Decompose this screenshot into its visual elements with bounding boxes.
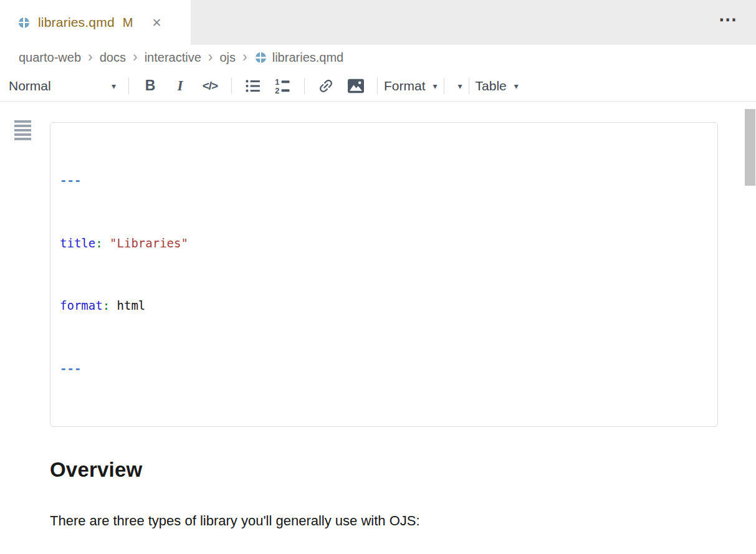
yaml-metadata-block[interactable]: --- title: "Libraries" format: html --- [50, 122, 718, 427]
chevron-right-icon: › [242, 50, 247, 64]
breadcrumb-item-docs[interactable]: docs [100, 50, 126, 65]
yaml-colon: : [103, 298, 110, 312]
yaml-value: html [110, 298, 145, 312]
breadcrumb-item-file[interactable]: libraries.qmd [272, 50, 343, 65]
formatting-toolbar: Normal ▾ B I </> 1 2 [0, 70, 756, 102]
paragraph-style-value: Normal [9, 79, 51, 93]
chevron-right-icon: › [88, 50, 93, 64]
chevron-right-icon: › [133, 50, 138, 64]
toolbar-separator [304, 78, 305, 94]
table-menu-label: Table [476, 79, 507, 93]
image-icon [347, 78, 365, 94]
chevron-down-icon: ▾ [433, 81, 438, 91]
quarto-file-icon [256, 52, 266, 63]
image-button[interactable] [341, 74, 371, 98]
quarto-file-icon [19, 17, 29, 28]
breadcrumb: quarto-web › docs › interactive › ojs › … [0, 45, 756, 70]
chevron-down-icon: ▾ [514, 81, 519, 91]
format-menu[interactable]: Format ▾ [384, 79, 438, 93]
intro-paragraph: There are three types of library you'll … [50, 511, 697, 530]
yaml-colon: : [95, 236, 102, 250]
svg-text:1: 1 [275, 77, 279, 87]
yaml-key: title [60, 236, 95, 250]
yaml-key: format [60, 298, 103, 312]
numbered-list-icon: 1 2 [274, 77, 292, 95]
yaml-delimiter: --- [60, 173, 81, 187]
drag-handle-icon[interactable] [14, 120, 31, 141]
yaml-value: "Libraries" [103, 236, 188, 250]
close-icon[interactable]: ✕ [151, 17, 161, 29]
quarto-visual-editor-window: libraries.qmd M ✕ ⋯ quarto-web › docs › … [0, 0, 756, 554]
vertical-scrollbar-thumb[interactable] [745, 109, 755, 186]
more-actions-icon[interactable]: ⋯ [719, 10, 739, 29]
numbered-list-button[interactable]: 1 2 [268, 74, 298, 98]
table-menu[interactable]: Table ▾ [476, 79, 519, 93]
bulleted-list-button[interactable] [238, 74, 268, 98]
link-icon [317, 77, 335, 95]
toolbar-separator [231, 78, 232, 94]
link-button[interactable] [311, 74, 341, 98]
toolbar-separator [444, 78, 444, 94]
bold-button[interactable]: B [135, 74, 165, 98]
breadcrumb-item-quarto-web[interactable]: quarto-web [19, 50, 81, 65]
toolbar-separator [377, 78, 378, 94]
chevron-right-icon: › [208, 50, 213, 64]
toolbar-separator [128, 78, 129, 94]
italic-button[interactable]: I [165, 74, 195, 98]
chevron-down-icon: ▾ [112, 81, 116, 91]
breadcrumb-item-ojs[interactable]: ojs [219, 50, 236, 65]
format-menu-label: Format [384, 79, 426, 93]
chevron-down-icon: ▾ [458, 81, 462, 91]
inline-code-button[interactable]: </> [195, 74, 225, 98]
tab-bar: libraries.qmd M ✕ ⋯ [0, 0, 756, 45]
breadcrumb-item-interactive[interactable]: interactive [145, 50, 201, 65]
toolbar-separator [469, 78, 469, 94]
tab-title: libraries.qmd [38, 15, 115, 30]
insert-menu[interactable]: ▾ [451, 81, 462, 91]
document-body: Overview There are three types of librar… [0, 458, 756, 554]
yaml-delimiter: --- [60, 361, 81, 375]
tab-libraries-qmd[interactable]: libraries.qmd M ✕ [0, 0, 191, 45]
heading-overview: Overview [50, 458, 697, 482]
svg-text:2: 2 [275, 85, 279, 94]
editor-surface[interactable]: --- title: "Libraries" format: html --- … [0, 102, 756, 554]
paragraph-style-select[interactable]: Normal ▾ [9, 79, 122, 93]
bulleted-list-icon [244, 78, 262, 94]
git-modified-badge: M [123, 16, 133, 30]
